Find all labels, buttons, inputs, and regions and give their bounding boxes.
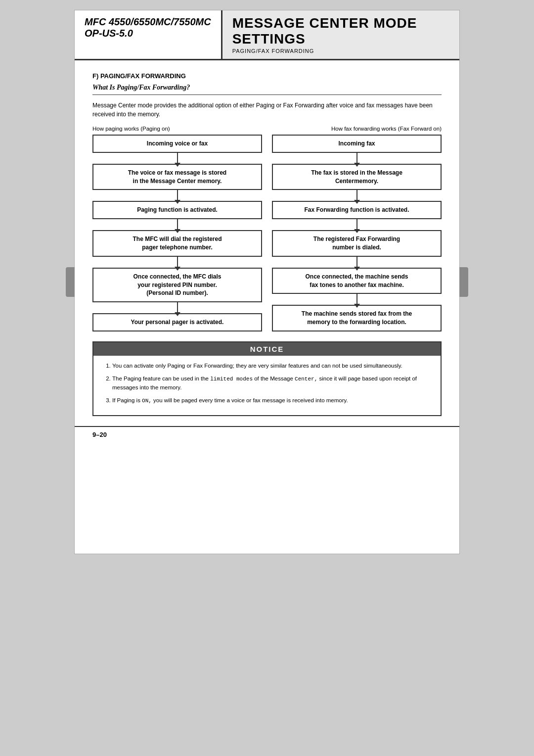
side-tab-right xyxy=(459,267,468,297)
page-number: 9–20 xyxy=(92,431,107,438)
flow-arrow-left-2 xyxy=(177,219,178,230)
flow-box-right-4: Once connected, the machine sendsfax ton… xyxy=(272,268,442,294)
side-tab-left xyxy=(66,267,75,297)
flow-arrow-left-1 xyxy=(177,190,178,201)
body-text: Message Center mode provides the additio… xyxy=(92,101,442,119)
diagram-label-row: How paging works (Paging on) How fax for… xyxy=(92,126,442,132)
section-subtitle: PAGING/FAX FORWARDING xyxy=(232,48,449,54)
page-header: MFC 4550/6550MC/7550MC OP-US-5.0 MESSAGE… xyxy=(75,10,459,60)
content: F) PAGING/FAX FORWARDING What Is Paging/… xyxy=(75,60,459,426)
header-title-block: MFC 4550/6550MC/7550MC OP-US-5.0 xyxy=(75,10,222,59)
flow-box-right-5: The machine sends stored fax from themem… xyxy=(272,305,442,331)
notice-body: You can activate only Paging or Fax Forw… xyxy=(93,356,441,415)
page-footer: 9–20 xyxy=(75,426,459,442)
flow-arrow-right-4 xyxy=(356,294,357,305)
section-title: MESSAGE CENTER MODE SETTINGS xyxy=(232,15,449,47)
op-title: OP-US-5.0 xyxy=(85,28,211,39)
header-main: MESSAGE CENTER MODE SETTINGS PAGING/FAX … xyxy=(222,10,459,59)
sub-heading: What Is Paging/Fax Forwarding? xyxy=(92,84,442,92)
flowchart-container: Incoming voice or fax The voice or fax m… xyxy=(92,135,442,331)
notice-list: You can activate only Paging or Fax Forw… xyxy=(103,362,431,405)
label-left: How paging works (Paging on) xyxy=(92,126,170,132)
flowchart-left: Incoming voice or fax The voice or fax m… xyxy=(92,135,262,331)
flow-arrow-right-2 xyxy=(356,219,357,230)
flow-box-left-1: The voice or fax message is storedin the… xyxy=(92,164,262,190)
flow-box-right-1: The fax is stored in the MessageCenterme… xyxy=(272,164,442,190)
page: MFC 4550/6550MC/7550MC OP-US-5.0 MESSAGE… xyxy=(74,10,460,554)
notice-item-1: You can activate only Paging or Fax Forw… xyxy=(112,362,431,371)
flow-box-left-3: The MFC will dial the registeredpager te… xyxy=(92,230,262,257)
flow-arrow-left-0 xyxy=(177,153,178,164)
flow-box-right-3: The registered Fax Forwardingnumber is d… xyxy=(272,230,442,257)
divider xyxy=(92,94,442,95)
flow-box-left-4: Once connected, the MFC dialsyour regist… xyxy=(92,268,262,302)
flow-box-right-0: Incoming fax xyxy=(272,135,442,153)
flow-arrow-right-1 xyxy=(356,190,357,201)
notice-box: NOTICE You can activate only Paging or F… xyxy=(92,341,442,416)
flow-arrow-left-3 xyxy=(177,257,178,268)
notice-item-2: The Paging feature can be used in the li… xyxy=(112,375,431,392)
flow-box-left-0: Incoming voice or fax xyxy=(92,135,262,153)
notice-item-3: If Paging is ON, you will be paged every… xyxy=(112,396,431,405)
notice-header: NOTICE xyxy=(93,342,441,356)
section-heading: F) PAGING/FAX FORWARDING xyxy=(92,72,442,80)
mfc-title: MFC 4550/6550MC/7550MC xyxy=(85,16,211,28)
flowchart-right: Incoming fax The fax is stored in the Me… xyxy=(272,135,442,331)
flow-arrow-left-4 xyxy=(177,302,178,313)
flow-arrow-right-3 xyxy=(356,257,357,268)
flow-arrow-right-0 xyxy=(356,153,357,164)
label-right: How fax forwarding works (Fax Forward on… xyxy=(331,126,442,132)
